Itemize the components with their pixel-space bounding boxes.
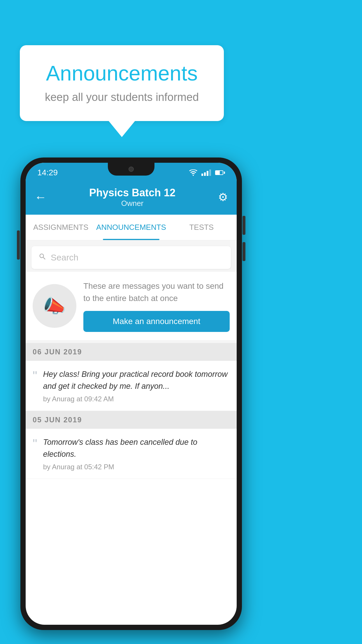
battery-icon bbox=[215, 170, 225, 175]
status-time: 14:29 bbox=[37, 168, 58, 177]
announcement-text-2: Tomorrow's class has been cancelled due … bbox=[43, 436, 230, 460]
front-camera bbox=[129, 167, 134, 172]
announcement-by-2: by Anurag at 05:42 PM bbox=[43, 463, 230, 471]
search-icon bbox=[38, 252, 47, 263]
tab-tests[interactable]: TESTS bbox=[166, 215, 237, 240]
announcement-content-2: Tomorrow's class has been cancelled due … bbox=[43, 436, 230, 471]
search-placeholder: Search bbox=[51, 253, 78, 262]
app-header: ← Physics Batch 12 Owner ⚙ bbox=[26, 183, 237, 215]
speech-bubble-subtitle: keep all your students informed bbox=[37, 91, 206, 104]
tab-announcements[interactable]: ANNOUNCEMENTS bbox=[96, 215, 166, 240]
promo-description: These are messages you want to send to t… bbox=[83, 280, 230, 304]
phone-screen: 14:29 bbox=[26, 163, 237, 625]
announcement-by-1: by Anurag at 09:42 AM bbox=[43, 395, 230, 403]
volume-down-button bbox=[242, 242, 245, 261]
header-subtitle: Owner bbox=[89, 199, 175, 208]
megaphone-icon: 📣 bbox=[43, 295, 66, 317]
announcement-item-1[interactable]: " Hey class! Bring your practical record… bbox=[26, 361, 237, 411]
speech-bubble-title: Announcements bbox=[37, 61, 206, 85]
phone-notch bbox=[108, 163, 154, 176]
announcement-text-1: Hey class! Bring your practical record b… bbox=[43, 368, 230, 392]
promo-card: 📣 These are messages you want to send to… bbox=[26, 272, 237, 340]
battery-body bbox=[215, 170, 223, 175]
power-button bbox=[17, 230, 20, 260]
header-title: Physics Batch 12 bbox=[89, 187, 175, 199]
speech-bubble-container: Announcements keep all your students inf… bbox=[20, 45, 224, 137]
phone-outer: 14:29 bbox=[20, 158, 242, 630]
make-announcement-button[interactable]: Make an announcement bbox=[83, 311, 230, 332]
quote-icon-2: " bbox=[33, 438, 37, 450]
content-area: Search 📣 These are messages you want to … bbox=[26, 240, 237, 479]
announcement-item-2[interactable]: " Tomorrow's class has been cancelled du… bbox=[26, 429, 237, 479]
date-separator-1: 06 JUN 2019 bbox=[26, 343, 237, 361]
back-button[interactable]: ← bbox=[34, 190, 47, 204]
wifi-icon bbox=[189, 169, 197, 176]
settings-icon[interactable]: ⚙ bbox=[218, 191, 228, 204]
date-separator-2: 05 JUN 2019 bbox=[26, 411, 237, 429]
search-bar[interactable]: Search bbox=[31, 246, 231, 269]
signal-icon bbox=[201, 169, 211, 176]
announcement-content-1: Hey class! Bring your practical record b… bbox=[43, 368, 230, 403]
tabs-bar: ASSIGNMENTS ANNOUNCEMENTS TESTS bbox=[26, 215, 237, 240]
battery-fill bbox=[216, 171, 220, 174]
status-icons bbox=[189, 169, 225, 176]
promo-right: These are messages you want to send to t… bbox=[83, 280, 230, 332]
speech-bubble: Announcements keep all your students inf… bbox=[20, 45, 224, 121]
quote-icon: " bbox=[33, 370, 37, 382]
battery-tip bbox=[224, 172, 225, 174]
header-title-group: Physics Batch 12 Owner bbox=[89, 187, 175, 208]
speech-bubble-tail bbox=[109, 121, 135, 137]
volume-up-button bbox=[242, 216, 245, 235]
phone-mockup: 14:29 bbox=[20, 158, 242, 630]
tab-assignments[interactable]: ASSIGNMENTS bbox=[26, 215, 96, 240]
promo-icon-circle: 📣 bbox=[33, 284, 76, 328]
